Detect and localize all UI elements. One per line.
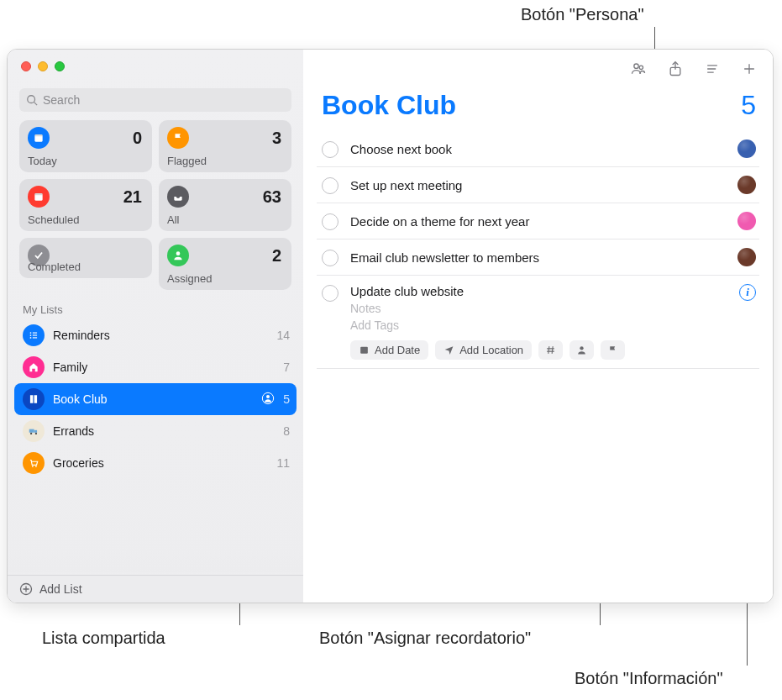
- svg-point-18: [35, 433, 37, 434]
- list-count: 8: [283, 424, 290, 438]
- close-window-button[interactable]: [21, 61, 31, 71]
- calendar-icon: [28, 186, 50, 208]
- complete-toggle[interactable]: [322, 285, 339, 302]
- complete-toggle[interactable]: [322, 141, 339, 158]
- reminder-row-editing[interactable]: Update club websiteNotesAdd TagsAdd Date…: [317, 276, 759, 369]
- zoom-window-button[interactable]: [55, 61, 65, 71]
- cart-icon: [23, 452, 45, 474]
- person-icon: [576, 345, 587, 355]
- callout-persona: Botón "Persona": [521, 5, 644, 24]
- svg-point-25: [639, 66, 643, 69]
- calendar-icon: [28, 127, 50, 149]
- reminders-container: Choose next bookSet up next meetingDecid…: [303, 126, 773, 369]
- reminder-title: Decide on a theme for next year: [350, 214, 726, 229]
- list-name: Groceries: [53, 456, 268, 470]
- reminder-title[interactable]: Update club website: [350, 284, 727, 298]
- reminder-row[interactable]: Set up next meeting: [317, 167, 759, 203]
- smart-label: All: [167, 213, 179, 226]
- sidebar-list-errands[interactable]: Errands8: [8, 415, 303, 447]
- notes-field[interactable]: Notes: [350, 302, 727, 315]
- svg-point-0: [28, 96, 35, 103]
- reminder-row[interactable]: Choose next book: [317, 131, 759, 167]
- add-list-button[interactable]: Add List: [8, 575, 303, 603]
- sidebar-list-family[interactable]: Family7: [8, 351, 303, 383]
- complete-toggle[interactable]: [322, 250, 339, 266]
- sidebar-list-book-club[interactable]: Book Club5: [14, 383, 297, 415]
- truck-icon: [23, 420, 45, 442]
- smart-count: 21: [123, 187, 142, 207]
- book-icon: [23, 388, 45, 410]
- svg-point-7: [30, 332, 32, 334]
- complete-toggle[interactable]: [322, 213, 339, 230]
- smart-label: Today: [28, 155, 57, 167]
- svg-point-8: [30, 334, 32, 336]
- minimize-window-button[interactable]: [38, 61, 48, 71]
- smart-card-flagged[interactable]: 3Flagged: [159, 120, 291, 172]
- add-tag-button[interactable]: [538, 340, 563, 360]
- list-name: Errands: [53, 424, 275, 438]
- person-icon: [167, 245, 189, 266]
- smart-label: Completed: [28, 261, 81, 273]
- reminder-title: Choose next book: [350, 142, 726, 156]
- assignee-avatar[interactable]: [737, 176, 756, 194]
- list-header: Book Club 5: [303, 88, 773, 126]
- add-location-button[interactable]: Add Location: [435, 340, 532, 360]
- search-placeholder: Search: [43, 93, 80, 107]
- hash-icon: [545, 345, 556, 355]
- add-date-button[interactable]: Add Date: [350, 340, 428, 360]
- svg-point-33: [580, 346, 583, 350]
- view-options-button[interactable]: [702, 59, 722, 79]
- smart-lists-grid: 0Today3Flagged21Scheduled63AllCompleted2…: [8, 120, 303, 295]
- calendar-icon: [359, 345, 370, 355]
- assignee-avatar[interactable]: [737, 212, 756, 230]
- sidebar-list-groceries[interactable]: Groceries11: [8, 447, 303, 479]
- assignee-avatar[interactable]: [737, 139, 756, 158]
- flag-icon: [607, 345, 618, 355]
- share-button[interactable]: [665, 59, 685, 79]
- plus-circle-icon: [19, 582, 33, 596]
- svg-point-13: [266, 395, 270, 398]
- reminder-row[interactable]: Decide on a theme for next year: [317, 203, 759, 239]
- smart-count: 0: [133, 129, 142, 148]
- list-name: Family: [53, 361, 275, 374]
- complete-toggle[interactable]: [322, 177, 339, 194]
- list-count: 7: [283, 361, 290, 374]
- list-count: 11: [276, 456, 290, 470]
- location-icon: [443, 345, 454, 355]
- svg-rect-16: [34, 430, 38, 433]
- assign-button[interactable]: [569, 340, 594, 360]
- list-title: Book Club: [322, 90, 456, 121]
- smart-count: 63: [263, 187, 281, 207]
- tray-icon: [167, 186, 189, 208]
- list-icon: [704, 61, 721, 77]
- list-icon: [23, 324, 45, 346]
- list-count: 14: [276, 329, 290, 342]
- search-input[interactable]: Search: [19, 88, 291, 112]
- tags-field[interactable]: Add Tags: [350, 318, 727, 332]
- flag-icon: [167, 127, 189, 149]
- collaborate-button[interactable]: [628, 59, 648, 79]
- info-button[interactable]: i: [739, 284, 756, 301]
- flag-button[interactable]: [601, 340, 625, 360]
- main-pane: Book Club 5 Choose next bookSet up next …: [303, 50, 773, 603]
- svg-rect-3: [34, 134, 42, 136]
- svg-point-6: [176, 251, 181, 255]
- smart-card-scheduled[interactable]: 21Scheduled: [19, 179, 152, 231]
- svg-line-1: [34, 103, 38, 106]
- toolbar: [303, 50, 773, 88]
- smart-card-completed[interactable]: Completed: [19, 238, 152, 278]
- reminder-row[interactable]: Email club newsletter to members: [317, 239, 759, 276]
- search-icon: [26, 94, 38, 106]
- callout-shared-list: Lista compartida: [42, 629, 165, 648]
- smart-label: Scheduled: [28, 213, 79, 226]
- smart-card-today[interactable]: 0Today: [19, 120, 152, 172]
- smart-card-all[interactable]: 63All: [159, 179, 291, 231]
- assignee-avatar[interactable]: [737, 248, 756, 266]
- add-reminder-button[interactable]: [739, 59, 759, 79]
- my-lists-header: My Lists: [8, 295, 303, 319]
- smart-label: Assigned: [167, 272, 212, 285]
- svg-rect-5: [34, 193, 42, 195]
- sidebar-list-reminders[interactable]: Reminders14: [8, 319, 303, 351]
- smart-card-assigned[interactable]: 2Assigned: [159, 238, 291, 290]
- home-icon: [23, 356, 45, 378]
